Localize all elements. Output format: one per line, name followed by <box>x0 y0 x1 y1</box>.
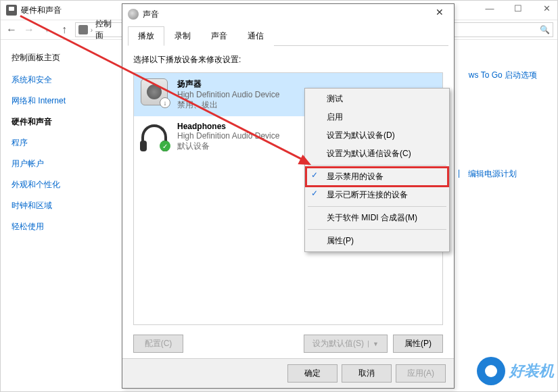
context-menu-item[interactable]: ✓显示禁用的设备 <box>306 168 448 186</box>
tab-3[interactable]: 通信 <box>237 26 274 46</box>
breadcrumb[interactable]: › 控制面 <box>75 22 122 37</box>
tab-2[interactable]: 声音 <box>201 26 237 46</box>
maximize-button[interactable]: ☐ <box>510 3 526 14</box>
context-menu-label: 关于软件 MIDI 合成器(M) <box>327 213 417 222</box>
sidebar-item[interactable]: 硬件和声音 <box>11 116 91 128</box>
breadcrumb-icon <box>78 25 88 34</box>
sidebar-item[interactable]: 外观和个性化 <box>11 179 91 191</box>
configure-button[interactable]: 配置(C) <box>133 335 183 353</box>
close-button[interactable]: ✕ <box>538 3 555 14</box>
properties-button[interactable]: 属性(P) <box>393 335 443 353</box>
context-menu-item[interactable]: 设置为默认通信设备(C) <box>306 145 448 163</box>
context-menu-label: 设置为默认通信设备(C) <box>327 149 411 158</box>
sidebar-item[interactable]: 时钟和区域 <box>11 200 91 212</box>
control-panel-icon <box>6 5 17 16</box>
link-edit-power-plan[interactable]: 编辑电源计划 <box>468 168 517 180</box>
dialog-instruction: 选择以下播放设备来修改设置: <box>133 54 443 66</box>
link-ws-to-go[interactable]: ws To Go 启动选项 <box>469 70 537 81</box>
sidebar-item[interactable]: 网络和 Internet <box>11 95 91 107</box>
check-icon: ✓ <box>160 141 170 151</box>
sidebar-item[interactable]: 程序 <box>11 137 91 149</box>
device-name: 扬声器 <box>177 78 279 90</box>
context-menu-label: 属性(P) <box>327 236 354 245</box>
nav-back-button[interactable]: ← <box>5 23 18 36</box>
context-menu-label: 设置为默认设备(D) <box>327 130 395 140</box>
chevron-right-icon: › <box>91 26 93 34</box>
set-default-label: 设为默认值(S) <box>312 338 364 349</box>
watermark: 好装机 <box>477 357 554 385</box>
device-desc: High Definition Audio Device <box>177 90 279 99</box>
context-menu-item[interactable]: 测试 <box>306 90 448 108</box>
watermark-icon <box>477 357 505 385</box>
divider: | <box>458 168 460 178</box>
breadcrumb-text: 控制面 <box>95 18 119 41</box>
context-menu-label: 显示禁用的设备 <box>327 172 383 181</box>
cancel-button[interactable]: 取消 <box>342 364 392 383</box>
ok-button[interactable]: 确定 <box>287 364 338 383</box>
tab-1[interactable]: 录制 <box>164 26 201 46</box>
check-icon: ✓ <box>311 189 318 198</box>
sound-dialog-icon <box>128 9 139 20</box>
search-icon: 🔍 <box>540 25 550 34</box>
check-icon: ✓ <box>311 170 318 180</box>
tab-0[interactable]: 播放 <box>128 26 164 46</box>
chevron-down-icon: ▼ <box>368 341 379 347</box>
context-menu-item[interactable]: 关于软件 MIDI 合成器(M) <box>306 209 448 227</box>
sidebar-item[interactable]: 系统和安全 <box>11 74 91 86</box>
device-status: 默认设备 <box>177 141 279 152</box>
dialog-title: 声音 <box>143 9 159 20</box>
context-menu-label: 启用 <box>327 112 343 122</box>
watermark-text: 好装机 <box>509 361 554 381</box>
headphones-icon: ✓ <box>141 122 169 150</box>
down-arrow-icon: ↓ <box>160 97 170 108</box>
sidebar-heading: 控制面板主页 <box>11 52 91 64</box>
minimize-button[interactable]: — <box>482 3 498 14</box>
device-status: 禁用、拔出 <box>177 99 279 111</box>
sidebar-item[interactable]: 轻松使用 <box>11 221 91 232</box>
dialog-close-button[interactable]: ✕ <box>429 7 450 18</box>
window-title: 硬件和声音 <box>21 5 62 16</box>
set-default-button[interactable]: 设为默认值(S) ▼ <box>304 335 388 353</box>
context-menu-item[interactable]: 属性(P) <box>306 232 448 250</box>
sidebar-item[interactable]: 用户帐户 <box>11 158 91 170</box>
context-menu-item[interactable]: ✓显示已断开连接的设备 <box>306 186 448 204</box>
context-menu-item[interactable]: 设置为默认设备(D) <box>306 126 448 145</box>
apply-button[interactable]: 应用(A) <box>396 364 446 383</box>
context-menu-item[interactable]: 启用 <box>306 108 448 126</box>
nav-forward-button[interactable]: → <box>22 23 36 36</box>
context-menu-label: 测试 <box>327 94 343 103</box>
context-menu-label: 显示已断开连接的设备 <box>327 190 408 199</box>
